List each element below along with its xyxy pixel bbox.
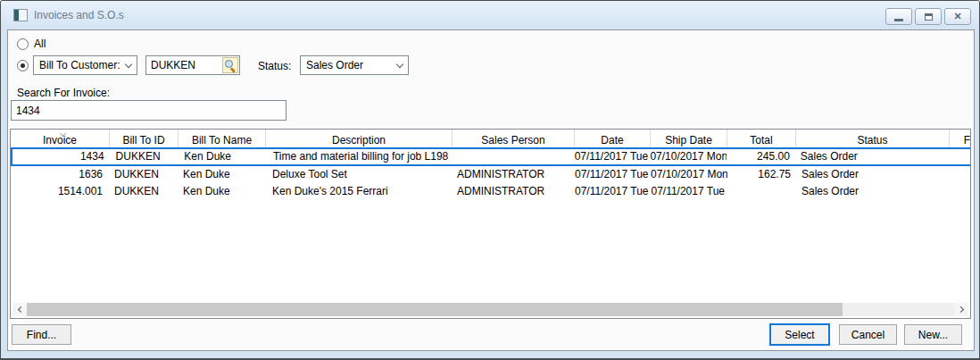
column-header-bill-to-name[interactable]: Bill To Name — [179, 130, 266, 147]
status-combobox[interactable]: Sales Order — [300, 55, 409, 75]
cell-sales-person: ADMINISTRATOR — [453, 166, 575, 183]
search-for-invoice-label: Search For Invoice: — [17, 87, 110, 99]
scroll-left-button[interactable] — [12, 303, 27, 316]
lookup-button[interactable] — [222, 57, 238, 73]
cell-ship-date: 07/11/2017 Tue — [651, 183, 727, 200]
customer-id-fieldwrap — [145, 55, 240, 75]
invoices-and-sos-dialog: Invoices and S.O.s ✕ All Bill To Custome… — [0, 0, 980, 360]
chevron-right-icon — [957, 306, 963, 313]
invoice-list: Invoice Bill To ID Bill To Name Descript… — [10, 129, 971, 319]
cell-description: Deluxe Tool Set — [266, 166, 453, 183]
find-button[interactable]: Find... — [12, 324, 71, 345]
customer-id-input[interactable] — [146, 56, 222, 74]
column-header-date[interactable]: Date — [575, 130, 651, 147]
cell-status: Sales Order — [796, 166, 950, 183]
cell-total — [727, 183, 796, 200]
window-title: Invoices and S.O.s — [34, 9, 124, 21]
restore-button[interactable] — [915, 8, 942, 25]
search-for-invoice-input[interactable] — [12, 101, 286, 120]
column-header-sales-person[interactable]: Sales Person — [453, 130, 575, 147]
minimize-button[interactable] — [885, 8, 912, 25]
column-header-ship-date[interactable]: Ship Date — [651, 130, 727, 147]
scrollbar-track[interactable] — [27, 303, 954, 316]
cell-status: Sales Order — [795, 149, 948, 164]
radio-bill-to-customer[interactable] — [17, 60, 29, 71]
minimize-icon — [894, 19, 903, 21]
table-row[interactable]: 1636 DUKKEN Ken Duke Deluxe Tool Set ADM… — [11, 166, 971, 183]
new-button[interactable]: New... — [904, 324, 962, 345]
list-header: Invoice Bill To ID Bill To Name Descript… — [11, 130, 971, 147]
bill-to-customer-combobox-value: Bill To Customer: — [39, 59, 120, 71]
radio-all-label: All — [34, 38, 46, 50]
window-icon — [13, 9, 28, 21]
chevron-down-icon — [125, 60, 132, 67]
search-fieldwrap — [11, 100, 287, 121]
cell-total: 245.00 — [727, 149, 795, 164]
cell-bill-to-name: Ken Duke — [179, 166, 266, 183]
cell-invoice: 1434 — [12, 149, 112, 164]
cell-clipped — [948, 149, 971, 164]
cell-date: 07/11/2017 Tue — [575, 183, 651, 200]
status-label: Status: — [258, 60, 291, 72]
close-button[interactable]: ✕ — [944, 8, 971, 25]
horizontal-scrollbar — [12, 303, 968, 316]
radio-bill-to-customer-icon — [17, 60, 29, 71]
cell-bill-to-id: DUKKEN — [110, 183, 179, 200]
titlebar: Invoices and S.O.s ✕ — [1, 1, 979, 29]
restore-icon — [925, 13, 933, 21]
cell-sales-person: ADMINISTRATOR — [453, 183, 575, 200]
cell-date: 07/11/2017 Tue — [575, 166, 651, 183]
cell-sales-person — [453, 149, 575, 164]
radio-all-icon — [17, 38, 29, 50]
scroll-right-button[interactable] — [954, 303, 968, 316]
chevron-left-icon — [17, 306, 23, 313]
cell-bill-to-name: Ken Duke — [179, 149, 267, 164]
cell-bill-to-id: DUKKEN — [112, 149, 180, 164]
bill-to-customer-combobox[interactable]: Bill To Customer: — [33, 55, 137, 75]
cell-invoice: 1514.001 — [11, 183, 110, 200]
cell-bill-to-name: Ken Duke — [179, 183, 266, 200]
column-header-bill-to-id[interactable]: Bill To ID — [110, 130, 179, 147]
cell-status: Sales Order — [796, 183, 950, 200]
column-header-total[interactable]: Total — [727, 130, 796, 147]
cancel-button[interactable]: Cancel — [839, 324, 897, 345]
chevron-down-icon — [396, 60, 403, 67]
cell-total: 162.75 — [727, 166, 796, 183]
column-header-invoice[interactable]: Invoice — [11, 130, 110, 147]
cell-clipped — [950, 183, 971, 200]
cell-clipped — [950, 166, 971, 183]
column-header-description[interactable]: Description — [266, 130, 453, 147]
window-controls: ✕ — [885, 8, 971, 25]
radio-all[interactable]: All — [17, 38, 46, 50]
cell-ship-date: 07/10/2017 Mon — [650, 149, 727, 164]
cell-invoice: 1636 — [11, 166, 110, 183]
cell-ship-date: 07/10/2017 Mon — [651, 166, 727, 183]
status-combobox-value: Sales Order — [306, 59, 363, 71]
list-rows: 1434 DUKKEN Ken Duke Time and material b… — [11, 147, 971, 200]
close-icon: ✕ — [953, 12, 961, 21]
column-header-clipped[interactable]: F — [950, 130, 971, 147]
scrollbar-thumb[interactable] — [27, 303, 843, 316]
table-row[interactable]: 1514.001 DUKKEN Ken Duke Ken Duke's 2015… — [11, 183, 971, 200]
select-button[interactable]: Select — [769, 323, 830, 346]
cell-description: Time and material billing for job L198 — [267, 149, 453, 164]
column-header-status[interactable]: Status — [796, 130, 950, 147]
table-row-selected[interactable]: 1434 DUKKEN Ken Duke Time and material b… — [11, 147, 971, 166]
cell-date: 07/11/2017 Tue — [575, 149, 651, 164]
cell-description: Ken Duke's 2015 Ferrari — [266, 183, 453, 200]
cell-bill-to-id: DUKKEN — [110, 166, 179, 183]
